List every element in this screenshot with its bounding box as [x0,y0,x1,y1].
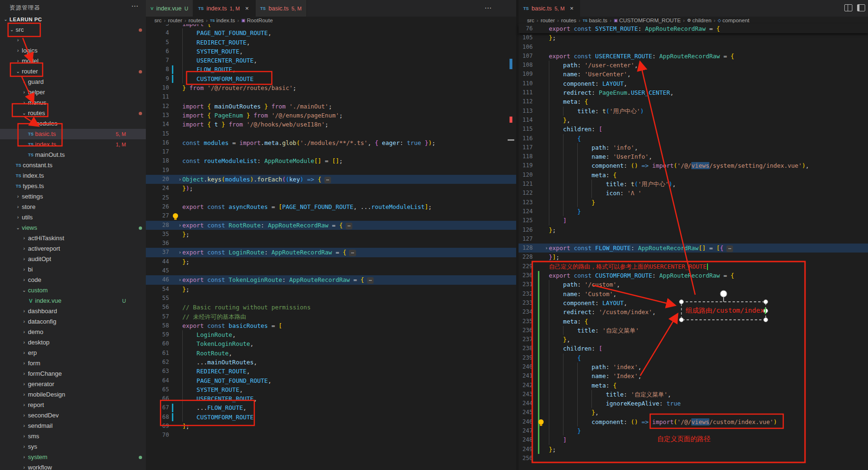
code-line-69[interactable]: 69]; [146,422,516,431]
code-line-44[interactable]: 44}; [146,257,516,266]
tree-item-formChange[interactable]: ›formChange [0,369,146,379]
tree-item-sendmail[interactable]: ›sendmail [0,421,146,431]
tree-item-form[interactable]: ›form [0,358,146,369]
code-line-234[interactable]: 234 redirect: '/custom/index', [519,307,868,316]
code-line-109[interactable]: 109 name: 'UserCenter', [519,70,868,79]
code-line-229[interactable]: 229自己定义的路由，格式可以参考上面的USERCENTER_ROUTE [519,262,868,271]
code-line-127[interactable]: 127 [519,235,868,244]
tree-item-router[interactable]: ⌄router [0,66,146,77]
code-line-248[interactable]: 248 ] [519,435,868,444]
code-line-228[interactable]: 228}]; [519,253,868,262]
code-line-105[interactable]: 105}; [519,33,868,42]
tree-item-erp[interactable]: ›erp [0,348,146,358]
fold-ellipsis[interactable]: ⋯ [367,277,374,284]
breadcrumb-item-src[interactable]: src [154,18,161,23]
tree-item-generator[interactable]: ›generator [0,379,146,389]
code-line-35[interactable]: 35}; [146,230,516,239]
code-line-116[interactable]: 116 { [519,134,868,143]
fold-chevron-icon[interactable]: › [179,248,181,257]
tree-item-workflow[interactable]: ›workflow [0,462,146,470]
code-line-28[interactable]: 28›export const RootRoute: AppRouteRecor… [146,221,516,230]
code-line-45[interactable]: 45 [146,266,516,275]
tree-item-actHiTaskinst[interactable]: ›actHiTaskinst [0,233,146,244]
code-line-66[interactable]: 66 USERCENTER_ROUTE, [146,394,516,403]
code-line-9[interactable]: 9 CUSTOMFORM_ROUTE [146,74,516,83]
code-line-233[interactable]: 233 component: LAYOUT, [519,298,868,307]
code-line-237[interactable]: 237 }, [519,335,868,344]
lightbulb-icon[interactable] [538,419,544,425]
code-line-64[interactable]: 64 PAGE_NOT_FOUND_ROUTE, [146,376,516,385]
tree-item-desktop[interactable]: ›desktop [0,337,146,348]
tree-item-report[interactable]: ›report [0,400,146,410]
code-line-114[interactable]: 114 }, [519,116,868,125]
code-line-27[interactable]: 27 [146,211,516,220]
code-line-111[interactable]: 111 redirect: PageEnum.USER_CENTER, [519,88,868,97]
tree-item-sms[interactable]: ›sms [0,431,146,442]
code-line-59[interactable]: 59 LoginRoute, [146,330,516,339]
code-editor-index-ts[interactable]: 3import {4 PAGE_NOT_FOUND_ROUTE,5 REDIRE… [146,24,516,470]
code-line-247[interactable]: 247 } [519,426,868,435]
code-line-58[interactable]: 58export const basicRoutes = [ [146,321,516,330]
code-line-62[interactable]: 62 ...mainOutRoutes, [146,358,516,367]
code-line-19[interactable]: 19 [146,166,516,175]
code-line-24[interactable]: 24}); [146,184,516,193]
tree-item-bi[interactable]: ›bi [0,264,146,275]
tree-item-mobileDesign[interactable]: ›mobileDesign [0,389,146,400]
tree-item-dataconfig[interactable]: ›dataconfig [0,316,146,327]
code-line-18[interactable]: 18const routeModuleList: AppRouteModule[… [146,156,516,165]
tree-item-sys[interactable]: ›sys [0,442,146,452]
code-line-244[interactable]: 244 ignoreKeepAlive: true [519,399,868,408]
code-line-110[interactable]: 110 component: LAYOUT, [519,79,868,88]
tree-item-helper[interactable]: ›helper [0,87,146,98]
code-line-120[interactable]: 120 meta: { [519,171,868,180]
tree-item-custom[interactable]: ⌄custom [0,285,146,296]
code-line-13[interactable]: 13import { PageEnum } from '/@/enums/pag… [146,111,516,120]
tree-item-code[interactable]: ›code [0,275,146,285]
code-line-230[interactable]: 230export const CUSTOMFORM_ROUTE: AppRou… [519,271,868,280]
tree-item-src[interactable]: ⌄src [0,25,146,35]
code-line-63[interactable]: 63 REDIRECT_ROUTE, [146,367,516,376]
code-line-55[interactable]: 55 [146,294,516,303]
tree-item-store[interactable]: ›store [0,202,146,212]
breadcrumb-item-index.ts[interactable]: TSindex.ts [210,18,235,23]
tree-item-basic.ts[interactable]: TSbasic.ts5, M [0,129,146,139]
breadcrumb-item-basic.ts[interactable]: TSbasic.ts [582,18,607,23]
tree-item-dashboard[interactable]: ›dashboard [0,306,146,316]
code-line-241[interactable]: 241 name: 'Index', [519,371,868,380]
code-line-123[interactable]: 123 } [519,198,868,207]
tab-basic.ts[interactable]: TSbasic.ts5, M× [519,0,580,17]
tree-item-views[interactable]: ⌄views [0,223,146,233]
code-line-67[interactable]: 67 ...FLOW_ROUTE, [146,403,516,412]
code-line-113[interactable]: 113 title: t('用户中心') [519,107,868,116]
code-editor-basic-ts[interactable]: 105};106107export const USERCENTER_ROUTE… [519,33,868,470]
tree-item-activereport[interactable]: ›activereport [0,244,146,254]
fold-chevron-icon[interactable]: › [545,244,548,253]
lightbulb-icon[interactable] [173,213,178,218]
code-line-232[interactable]: 232 name: 'Custom', [519,289,868,298]
code-line-17[interactable]: 17 [146,147,516,156]
code-line-60[interactable]: 60 TokenLoginRoute, [146,339,516,348]
code-line-242[interactable]: 242 meta: { [519,381,868,390]
toggle-layout-icon[interactable] [857,4,865,11]
code-line-240[interactable]: 240 path: 'index', [519,362,868,371]
tree-item-index.vue[interactable]: Vindex.vueU [0,296,146,306]
tree-item-mainOut.ts[interactable]: TSmainOut.ts [0,150,146,160]
code-line-245[interactable]: 245 }, [519,408,868,417]
code-line-26[interactable]: 26export const asyncRoutes = [PAGE_NOT_F… [146,202,516,211]
code-line-4[interactable]: 4 PAGE_NOT_FOUND_ROUTE, [146,28,516,37]
code-line-118[interactable]: 118 name: 'UserInfo', [519,152,868,161]
tree-item-types.ts[interactable]: TStypes.ts [0,181,146,191]
breadcrumb-item-RootRoute[interactable]: ▣RootRoute [242,18,273,23]
code-line-15[interactable]: 15 [146,129,516,138]
code-line-68[interactable]: 68 CUSTOMFORM_ROUTE [146,413,516,422]
code-line-61[interactable]: 61 RootRoute, [146,349,516,358]
code-line-76[interactable]: 76export const SYSTEM_ROUTE: AppRouteRec… [519,24,868,33]
code-line-235[interactable]: 235 meta: { [519,317,868,326]
tree-item-settings[interactable]: ›settings [0,191,146,202]
code-line-8[interactable]: 8 FLOW_ROUTE, [146,65,516,74]
code-line-16[interactable]: 16const modules = import.meta.glob('./mo… [146,138,516,147]
code-line-57[interactable]: 57// 未经许可的基本路由 [146,312,516,321]
tab-basic.ts[interactable]: TSbasic.ts5, M [256,0,307,17]
code-line-231[interactable]: 231 path: '/custom', [519,280,868,289]
tree-item-secondDev[interactable]: ›secondDev [0,410,146,421]
